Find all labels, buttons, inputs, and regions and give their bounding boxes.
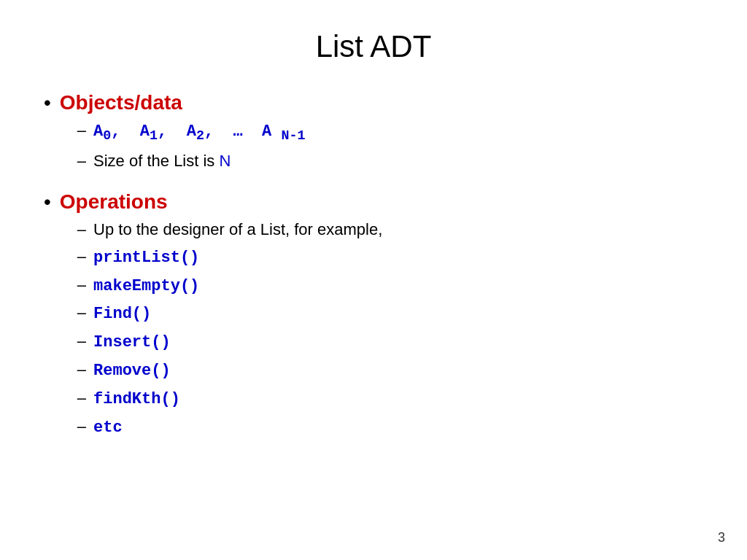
operations-sub-item-5: – Remove() <box>77 359 382 383</box>
operations-sub-list: – Up to the designer of a List, for exam… <box>77 219 382 443</box>
remove-code: Remove() <box>93 360 171 383</box>
operations-sub-item-1: – printList() <box>77 246 382 270</box>
operations-sub-item-6: – findKth() <box>77 387 382 411</box>
slide: List ADT • Objects/data – A0, A1, A2, … … <box>0 0 747 560</box>
dash-ops-2: – <box>77 274 86 297</box>
dash-ops-0: – <box>77 219 86 241</box>
objects-sub-list: – A0, A1, A2, … A N-1 – Size of the List… <box>77 120 306 177</box>
operations-sub-item-0: – Up to the designer of a List, for exam… <box>77 219 382 241</box>
dash-ops-7: – <box>77 416 86 438</box>
objects-label: Objects/data <box>60 90 306 115</box>
objects-sub-item-1: – Size of the List is N <box>77 150 306 173</box>
section-operations: • Operations – Up to the designer of a L… <box>44 190 703 443</box>
page-number: 3 <box>718 530 725 545</box>
n-text: N <box>219 152 231 170</box>
operations-sub-item-3: – Find() <box>77 302 382 326</box>
sequence-text: A0, A1, A2, … A N-1 <box>93 121 305 146</box>
section-operations-block: Operations – Up to the designer of a Lis… <box>60 190 382 443</box>
dash-ops-4: – <box>77 330 86 353</box>
find-code: Find() <box>93 303 151 326</box>
printlist-code: printList() <box>93 247 199 270</box>
operations-sub-item-7: – etc <box>77 416 382 440</box>
dash-ops-3: – <box>77 302 86 324</box>
objects-sub-item-0: – A0, A1, A2, … A N-1 <box>77 120 306 146</box>
dash-icon-1: – <box>77 150 86 173</box>
dash-ops-1: – <box>77 246 86 268</box>
operations-sub-item-4: – Insert() <box>77 330 382 354</box>
size-text: Size of the List is N <box>93 150 231 173</box>
main-list: • Objects/data – A0, A1, A2, … A N-1 – S… <box>44 90 703 443</box>
operations-label: Operations <box>60 190 382 214</box>
bullet-objects: • <box>44 90 51 115</box>
bullet-operations: • <box>44 190 51 214</box>
etc-code: etc <box>93 417 123 440</box>
dash-icon-0: – <box>77 120 86 142</box>
dash-ops-6: – <box>77 387 86 410</box>
makeempty-code: makeEmpty() <box>93 276 199 298</box>
findkth-code: findKth() <box>93 389 180 411</box>
section-objects: • Objects/data – A0, A1, A2, … A N-1 – S… <box>44 90 703 176</box>
dash-ops-5: – <box>77 359 86 381</box>
operations-desc: Up to the designer of a List, for exampl… <box>93 219 382 241</box>
insert-code: Insert() <box>93 332 171 354</box>
section-objects-block: Objects/data – A0, A1, A2, … A N-1 – Siz… <box>60 90 306 176</box>
slide-title: List ADT <box>44 29 703 64</box>
operations-sub-item-2: – makeEmpty() <box>77 274 382 298</box>
